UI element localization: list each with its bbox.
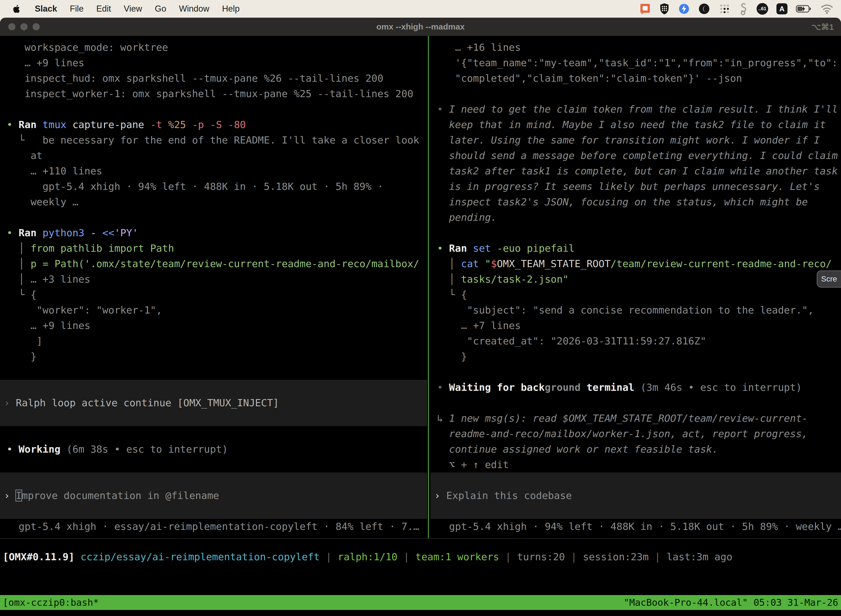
terminal-line: └ { [0,287,427,302]
screen-capture-overlay[interactable]: Scre [817,270,841,287]
status-icons: ..61 A [640,3,841,15]
menu-items: SlackFileEditViewGoWindowHelp [35,4,239,14]
terminal-segment: continue assigned work or next feasible … [437,443,718,455]
terminal-segment: … +9 lines [7,57,84,69]
prompt-input-row[interactable] [431,503,841,519]
terminal-segment: OMX_TEAM_STATE_ROOT [497,258,611,269]
pane-divider[interactable] [428,36,429,538]
terminal-line: … +9 lines [0,55,427,70]
menu-item-view[interactable]: View [124,4,142,14]
terminal-line: "worker": "worker-1", [0,302,427,318]
terminal-segment: • [437,104,449,115]
menu-item-go[interactable]: Go [155,4,166,14]
terminal-segment: from pathlib import Path [31,243,174,254]
squiggle-app-icon[interactable] [739,3,748,15]
terminal-segment: │ [437,273,461,285]
terminal-segment: inspect task2's JSON, focusing on the st… [437,196,808,208]
terminal-segment: python3 [42,227,90,238]
terminal-segment: "worker": "worker-1", [7,304,162,316]
terminal-segment: at [7,150,42,161]
terminal-segment: │ [437,258,461,269]
terminal-line: later. Using the same for transition mig… [431,132,841,148]
terminal-segment: › [4,490,16,501]
terminal-segment: 'PY' [114,227,138,238]
chat-app-icon[interactable] [640,3,651,15]
terminal-segment: weekly … [7,196,78,208]
tmux-host-clock-label: "MacBook-Pro-44.local" 05:03 31-Mar-26 [624,597,838,608]
menu-item-help[interactable]: Help [222,4,240,14]
battery-charging-icon[interactable] [796,3,812,15]
prompt-input-row[interactable] [0,503,427,519]
terminal-line: │ tasks/task-2.json" [431,271,841,287]
terminal-line: gpt-5.4 xhigh · 94% left · 488K in · 5.1… [0,179,427,194]
terminal-line: … +110 lines [0,163,427,179]
terminal-segment: " [485,258,491,269]
terminal-segment: "completed","claim_token":"claim-token"}… [437,73,742,84]
terminal-segment: "subject": "send a concise recommendatio… [437,304,814,316]
terminal-segment: tmux [42,119,72,130]
record-app-icon[interactable] [698,3,710,15]
prompt-input-row[interactable]: › Improve documentation in @filename [0,488,427,503]
terminal-segment: '{"team_name":"my-team","task_id":"1","f… [437,57,838,69]
terminal-line: } [0,349,427,364]
terminal-line: is in progress? It seems likely but perh… [431,179,841,194]
terminal-segment: set [473,243,497,254]
apple-menu-icon[interactable] [13,3,22,14]
omx-status-segment: team:1 workers [416,551,499,562]
shield-app-icon[interactable] [659,3,670,15]
prompt-input-row[interactable] [0,380,427,395]
terminal-segment: should send a message before completing … [437,150,838,161]
terminal-segment: "created_at": "2026-03-31T11:59:27.816Z" [437,335,706,347]
left-terminal-pane[interactable]: workspace_mode: worktree … +9 lines insp… [0,36,427,538]
terminal-line: workspace_mode: worktree [0,40,427,55]
prompt-input-row[interactable] [0,472,427,488]
terminal-segment: pending. [437,212,497,223]
prompt-input-row[interactable]: › Ralph loop active continue [OMX_TMUX_I… [0,395,427,411]
omx-status-segment: | [565,551,583,562]
wifi-icon[interactable] [820,3,833,15]
terminal-segment: p = Path('.omx/state/team/review-current… [31,258,419,269]
prompt-input-row[interactable] [0,411,427,426]
input-source-badge[interactable]: A [777,3,787,14]
terminal-line: • Ran python3 - <<'PY' [0,225,427,241]
terminal-segment: • [7,119,19,130]
terminal-line: • Working (6m 38s • esc to interrupt) [0,441,427,457]
terminal-segment: › [434,490,446,501]
terminal-segment: ↳ [437,413,449,424]
terminal-segment: -p -S -80 [192,119,246,130]
omx-status-segment: | [499,551,517,562]
omx-status-segment: session:23m [583,551,648,562]
screen-capture-overlay-label: Scre [821,274,837,283]
terminal-segment: … +9 lines [7,320,90,331]
terminal-line: • I need to get the claim token from the… [431,101,841,117]
battery-percent-badge[interactable]: ..61 [757,3,768,15]
omx-status-line: [OMX#0.11.9] cczip/essay/ai-reimplementa… [0,549,841,565]
terminal-segment: Ran [19,119,42,130]
terminal-segment: task2 after task1 is complete, but can I… [437,165,838,177]
dots-grid-icon[interactable] [718,3,731,15]
omx-status-segment: turns:20 [517,551,565,562]
bolt-app-icon[interactable] [678,3,690,15]
menu-item-edit[interactable]: Edit [96,4,111,14]
prompt-input-row[interactable] [431,472,841,488]
terminal-line: … +9 lines [0,318,427,333]
terminal-segment: │ [7,273,31,285]
menu-item-file[interactable]: File [70,4,84,14]
menu-item-window[interactable]: Window [179,4,209,14]
menu-item-slack[interactable]: Slack [35,4,57,14]
terminal-segment: … +110 lines [7,165,103,177]
omx-status-segment: | [320,551,338,562]
terminal-segment: is in progress? It seems likely but perh… [437,181,820,192]
terminal-line: "subject": "send a concise recommendatio… [431,302,841,318]
terminal-line: "created_at": "2026-03-31T11:59:27.816Z" [431,333,841,349]
terminal-line: inspect task2's JSON, focusing on the st… [431,194,841,210]
terminal-segment: be necessary for the end of the README. … [42,134,419,146]
tmux-status-bar: [omx-cczip0:bash* "MacBook-Pro-44.local"… [0,595,841,610]
terminal-segment: inspect_worker-1: omx sparkshell --tmux-… [7,88,413,99]
terminal-line [431,395,841,411]
prompt-input-row[interactable]: › Explain this codebase [431,488,841,503]
title-bar[interactable]: omx --xhigh --madmax ⌥⌘1 [0,18,841,36]
terminal-segment: gpt-5.4 xhigh · 94% left · 488K in · 5.1… [437,521,841,532]
terminal-line: … +7 lines [431,318,841,333]
right-terminal-pane[interactable]: … +16 lines '{"team_name":"my-team","tas… [431,36,841,538]
